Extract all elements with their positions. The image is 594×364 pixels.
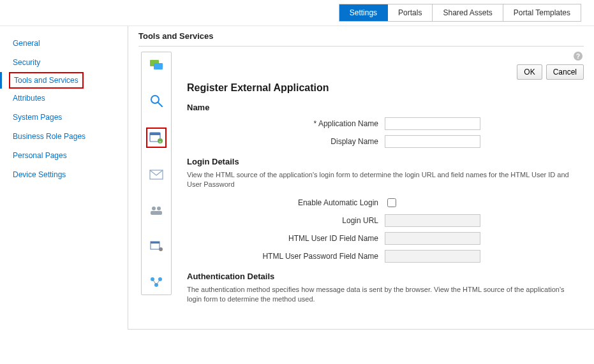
tab-portal-templates[interactable]: Portal Templates [503, 4, 581, 21]
people-icon[interactable] [147, 201, 165, 219]
sidebar-item-device-settings[interactable]: Device Settings [0, 165, 128, 184]
svg-line-19 [156, 279, 160, 285]
label-enable-auto-login: Enable Automatic Login [187, 198, 385, 207]
checkbox-enable-auto-login[interactable] [387, 198, 396, 207]
section-login-details: Login Details [187, 157, 577, 166]
tool-icon-column: + [141, 52, 172, 295]
search-icon[interactable] [147, 92, 165, 110]
input-login-url [385, 214, 480, 227]
svg-rect-5 [150, 133, 160, 135]
help-icon[interactable]: ? [574, 52, 583, 61]
section-name: Name [187, 103, 577, 112]
sidebar-item-tools-and-services[interactable]: Tools and Services [9, 72, 84, 89]
topbar: Settings Portals Shared Assets Portal Te… [0, 0, 594, 26]
input-display-name[interactable] [385, 135, 480, 148]
svg-text:+: + [159, 140, 161, 143]
sidebar-item-business-role-pages[interactable]: Business Role Pages [0, 127, 128, 146]
svg-rect-1 [154, 63, 163, 69]
sidebar-item-personal-pages[interactable]: Personal Pages [0, 146, 128, 165]
svg-point-10 [157, 207, 161, 210]
sidebar-item-system-pages[interactable]: System Pages [0, 108, 128, 127]
auth-help-text: The authentication method specifies how … [187, 285, 577, 305]
discussions-icon[interactable] [147, 56, 165, 74]
form-heading: Register External Application [187, 82, 577, 94]
label-password-field: HTML User Password Field Name [187, 252, 385, 261]
label-login-url: Login URL [187, 216, 385, 225]
sidebar-item-attributes[interactable]: Attributes [0, 89, 128, 108]
content-panel: Tools and Services + [128, 26, 594, 330]
input-application-name[interactable] [385, 117, 480, 130]
svg-point-9 [152, 207, 156, 210]
tab-shared-assets[interactable]: Shared Assets [433, 4, 503, 21]
sidebar-item-general[interactable]: General [0, 34, 128, 53]
workflow-icon[interactable] [147, 273, 165, 291]
label-userid-field: HTML User ID Field Name [187, 234, 385, 243]
label-application-name: * Application Name [187, 119, 385, 128]
tab-settings[interactable]: Settings [339, 4, 388, 21]
tab-portals[interactable]: Portals [388, 4, 433, 21]
svg-point-2 [151, 96, 159, 103]
svg-line-3 [158, 103, 162, 106]
external-application-icon[interactable]: + [146, 127, 167, 148]
sidebar: General Security Tools and Services Attr… [0, 26, 128, 330]
svg-rect-11 [151, 211, 162, 215]
mail-icon[interactable] [147, 166, 165, 184]
panel-title: Tools and Services [138, 31, 584, 41]
form-area: ? OK Cancel Register External Applicatio… [172, 52, 584, 314]
svg-point-14 [159, 247, 163, 251]
svg-line-18 [152, 279, 156, 285]
portlet-icon[interactable] [147, 237, 165, 255]
label-display-name: Display Name [187, 137, 385, 146]
cancel-button[interactable]: Cancel [546, 64, 584, 80]
svg-rect-13 [151, 242, 160, 244]
sidebar-item-security[interactable]: Security [0, 53, 128, 72]
login-help-text: View the HTML source of the application'… [187, 170, 577, 190]
topbar-tabs: Settings Portals Shared Assets Portal Te… [339, 4, 581, 22]
ok-button[interactable]: OK [517, 64, 542, 80]
section-auth-details: Authentication Details [187, 272, 577, 281]
input-userid-field [385, 232, 480, 245]
input-password-field [385, 250, 480, 263]
